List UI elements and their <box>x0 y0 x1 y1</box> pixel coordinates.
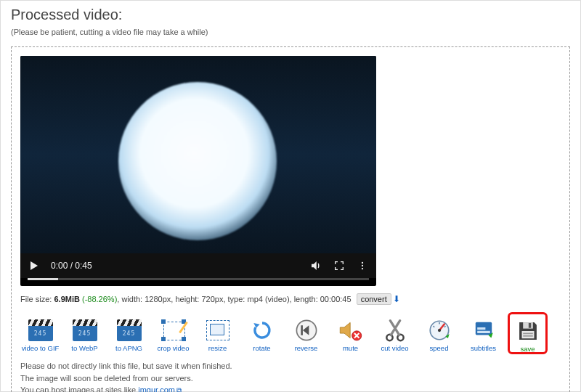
time-display: 0:00 / 0:45 <box>51 261 92 271</box>
video-controls: 0:00 / 0:45 <box>20 253 376 278</box>
volume-button[interactable] <box>309 259 322 272</box>
tool-crop-video[interactable]: crop video <box>153 312 193 354</box>
file-meta: File size: 6.9MiB (-88.26%), width: 1280… <box>20 293 561 305</box>
note-line-3: You can host images at sites like imgur.… <box>20 384 561 392</box>
fullscreen-button[interactable] <box>333 259 346 272</box>
tool-rotate[interactable]: rotate <box>242 312 282 354</box>
tool-label: to WebP <box>71 345 97 352</box>
play-button[interactable] <box>28 259 41 272</box>
floppy-save-icon <box>516 319 540 343</box>
tool-label: rotate <box>253 345 270 352</box>
tool-label: crop video <box>158 345 190 352</box>
svg-rect-12 <box>477 327 485 330</box>
tool-cut-video[interactable]: cut video <box>375 312 415 354</box>
tool-speed[interactable]: speed <box>419 312 459 354</box>
resize-icon <box>206 320 229 340</box>
filesize-value: 6.9MiB <box>54 295 79 303</box>
svg-rect-13 <box>523 322 533 329</box>
convert-button[interactable]: convert <box>357 293 391 305</box>
tool-resize[interactable]: resize <box>198 312 237 354</box>
tool-label: resize <box>208 345 227 352</box>
svg-rect-4 <box>301 325 303 335</box>
svg-point-9 <box>437 328 440 331</box>
external-link-icon: ⧉ <box>176 386 182 392</box>
meta-rest: , width: 1280px, height: 720px, type: mp… <box>117 295 351 303</box>
speed-icon <box>427 318 452 343</box>
tool-label: video to GIF <box>22 345 60 352</box>
imgur-link[interactable]: imgur.com <box>138 385 175 392</box>
svg-rect-11 <box>477 330 490 332</box>
page-subtitle: (Please be patient, cutting a video file… <box>11 28 570 36</box>
video-player[interactable]: 0:00 / 0:45 <box>20 56 376 286</box>
fullscreen-icon <box>333 260 345 271</box>
tool-subtitles[interactable]: subtitles <box>463 312 503 354</box>
tool-to-apng[interactable]: 245 to APNG <box>109 312 149 354</box>
tool-label: speed <box>430 345 449 352</box>
download-icon[interactable]: ⬇ <box>393 294 400 304</box>
note-line-2: The image will soon be deleted from our … <box>20 372 561 385</box>
footer-notes: Please do not directly link this file, b… <box>20 360 561 392</box>
progress-played <box>28 278 58 280</box>
clapper-icon: 245 <box>28 319 53 341</box>
tool-label: cut video <box>381 345 408 352</box>
video-canvas[interactable] <box>20 56 376 253</box>
tool-label: to APNG <box>115 345 142 352</box>
page-title: Processed video: <box>11 7 570 23</box>
filesize-pct: (-88.26%) <box>80 295 117 303</box>
note-prefix: You can host images at sites like <box>20 385 138 392</box>
result-panel: 0:00 / 0:45 File size: 6.9MiB (-88.26%),… <box>11 46 570 392</box>
scissors-icon <box>384 318 406 343</box>
tool-reverse[interactable]: reverse <box>286 312 326 354</box>
tool-row: 245 video to GIF 245 to WebP 245 to APNG… <box>20 312 561 354</box>
volume-icon <box>309 259 322 272</box>
mute-icon <box>338 319 364 342</box>
tool-mute[interactable]: mute <box>330 312 370 354</box>
tool-video-to-gif[interactable]: 245 video to GIF <box>20 312 60 354</box>
svg-rect-17 <box>523 335 533 336</box>
reverse-icon <box>294 318 319 343</box>
svg-point-1 <box>362 265 363 266</box>
video-content-moon <box>118 82 277 240</box>
note-line-1: Please do not directly link this file, b… <box>20 360 561 372</box>
play-icon <box>31 261 38 270</box>
tool-label: reverse <box>295 345 318 352</box>
tool-to-webp[interactable]: 245 to WebP <box>65 312 105 354</box>
tool-label: save <box>520 346 535 353</box>
svg-point-0 <box>362 262 363 264</box>
filesize-label: File size: <box>20 295 54 303</box>
svg-rect-16 <box>523 332 533 334</box>
svg-rect-15 <box>521 331 534 338</box>
clapper-icon: 245 <box>117 319 142 341</box>
crop-icon <box>161 319 186 341</box>
tool-save[interactable]: save <box>508 312 548 354</box>
clapper-icon: 245 <box>73 319 97 341</box>
tool-label: mute <box>343 345 358 352</box>
svg-rect-14 <box>528 322 530 327</box>
rotate-icon <box>250 319 275 341</box>
more-button[interactable] <box>356 259 369 272</box>
more-icon <box>357 260 367 271</box>
progress-bar[interactable] <box>28 278 369 280</box>
svg-point-2 <box>362 268 363 269</box>
tool-label: subtitles <box>471 345 496 352</box>
subtitles-icon <box>472 319 495 342</box>
